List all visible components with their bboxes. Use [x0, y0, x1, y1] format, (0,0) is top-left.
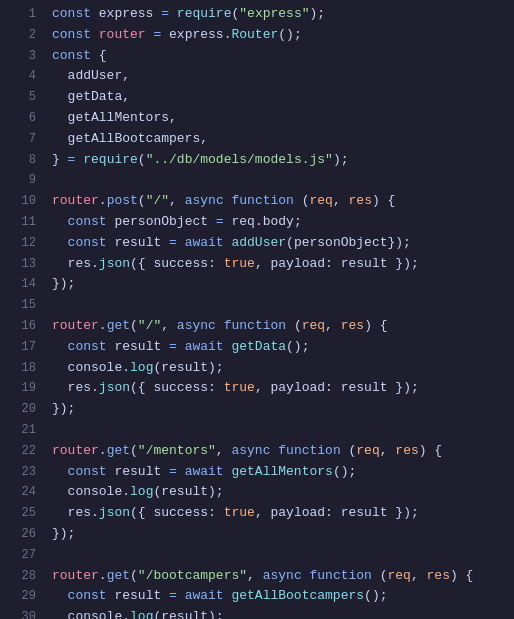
token-var: console [52, 484, 122, 499]
token-param: req [302, 318, 325, 333]
token-fn: log [130, 360, 153, 375]
token-punc: ( [130, 443, 138, 458]
token-punc: : [208, 505, 224, 520]
token-require: require [83, 152, 138, 167]
token-punc: }); [52, 276, 75, 291]
token-punc: ) { [364, 318, 387, 333]
token-var: result [114, 588, 169, 603]
code-line: 8} = require("../db/models/models.js"); [0, 150, 514, 171]
code-line: 3const { [0, 46, 514, 67]
token-bool: true [224, 256, 255, 271]
token-fn: json [99, 380, 130, 395]
token-punc: (); [278, 27, 301, 42]
token-param: res [395, 443, 418, 458]
token-var: result [341, 380, 388, 395]
token-fn: Router [231, 27, 278, 42]
token-var: express [161, 27, 223, 42]
token-obj-key: success [153, 505, 208, 520]
token-punc: ) { [450, 568, 473, 583]
token-param: req [356, 443, 379, 458]
token-kw: const [68, 588, 115, 603]
token-router-var: router [52, 193, 99, 208]
line-number: 13 [8, 255, 36, 274]
token-punc: . [99, 443, 107, 458]
code-line: 25 res.json({ success: true, payload: re… [0, 503, 514, 524]
token-kw: const [68, 235, 115, 250]
token-param: res [427, 568, 450, 583]
line-number: 24 [8, 483, 36, 502]
token-router-var: router [52, 568, 99, 583]
token-punc: . [91, 256, 99, 271]
token-router-var: router [52, 318, 99, 333]
code-line: 20}); [0, 399, 514, 420]
token-punc: ); [208, 360, 224, 375]
code-content: }); [52, 399, 506, 420]
token-punc: , [216, 443, 232, 458]
code-content: router.get("/", async function (req, res… [52, 316, 506, 337]
line-number: 6 [8, 109, 36, 128]
token-op: = [169, 464, 177, 479]
token-bool: true [224, 505, 255, 520]
token-var: result [161, 360, 208, 375]
token-fn: json [99, 256, 130, 271]
token-punc: ({ [130, 256, 153, 271]
token-var: result [114, 235, 169, 250]
token-fn: log [130, 609, 153, 619]
token-punc: . [91, 505, 99, 520]
line-number: 25 [8, 504, 36, 523]
token-punc: , [325, 318, 341, 333]
token-punc: . [99, 193, 107, 208]
token-kw: function [309, 568, 379, 583]
token-kw: const [52, 27, 99, 42]
code-content: res.json({ success: true, payload: resul… [52, 378, 506, 399]
line-number: 17 [8, 338, 36, 357]
code-content: const result = await addUser(personObjec… [52, 233, 506, 254]
token-kw: function [224, 318, 294, 333]
code-line: 9 [0, 170, 514, 191]
line-number: 27 [8, 546, 36, 565]
token-punc: (); [364, 588, 387, 603]
code-line: 10router.post("/", async function (req, … [0, 191, 514, 212]
token-str: "express" [239, 6, 309, 21]
token-str: "/mentors" [138, 443, 216, 458]
token-obj-key: payload [271, 256, 326, 271]
token-punc: , [255, 256, 271, 271]
code-content: console.log(result); [52, 607, 506, 619]
line-number: 2 [8, 26, 36, 45]
token-require: require [177, 6, 232, 21]
token-var: result [161, 609, 208, 619]
line-number: 4 [8, 67, 36, 86]
token-kw: function [231, 193, 301, 208]
token-param: req [388, 568, 411, 583]
line-number: 19 [8, 379, 36, 398]
token-var: result [114, 339, 169, 354]
code-line: 6 getAllMentors, [0, 108, 514, 129]
token-str: "/" [146, 193, 169, 208]
code-line: 23 const result = await getAllMentors(); [0, 462, 514, 483]
token-var [52, 235, 68, 250]
token-str: "../db/models/models.js" [146, 152, 333, 167]
code-line: 4 addUser, [0, 66, 514, 87]
line-number: 5 [8, 88, 36, 107]
token-kw: async [177, 318, 224, 333]
token-kw: await [177, 588, 232, 603]
token-punc: ); [310, 6, 326, 21]
token-punc: . [122, 609, 130, 619]
line-number: 23 [8, 463, 36, 482]
token-punc: . [122, 484, 130, 499]
code-content: addUser, [52, 66, 506, 87]
token-punc: : [208, 256, 224, 271]
token-var: result [161, 484, 208, 499]
code-line: 29 const result = await getAllBootcamper… [0, 586, 514, 607]
code-content [52, 420, 506, 441]
code-content: const result = await getAllMentors(); [52, 462, 506, 483]
token-punc: }); [388, 380, 419, 395]
code-line: 19 res.json({ success: true, payload: re… [0, 378, 514, 399]
token-punc: }); [388, 505, 419, 520]
code-content: const personObject = req.body; [52, 212, 506, 233]
code-content [52, 295, 506, 316]
line-number: 20 [8, 400, 36, 419]
line-number: 8 [8, 151, 36, 170]
token-var: result [114, 464, 169, 479]
line-number: 12 [8, 234, 36, 253]
